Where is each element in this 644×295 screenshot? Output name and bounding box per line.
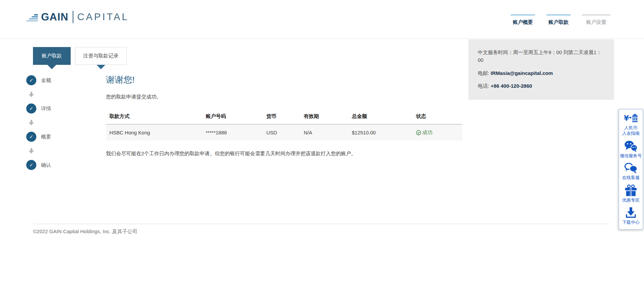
step-details[interactable]: ✓ 详情 <box>26 103 70 114</box>
col-method: 取款方式 <box>106 113 206 124</box>
logo-bars-icon <box>26 13 38 22</box>
step-arrow-icon <box>26 142 36 160</box>
quick-link-label: 优惠专区 <box>622 198 640 203</box>
cell-account-number: *****1888 <box>206 124 266 140</box>
step-label: 确认 <box>41 162 51 168</box>
nav-account-settings[interactable]: 账户设置 <box>582 14 610 26</box>
nav-account-withdrawal[interactable]: 账户取款 <box>546 14 571 26</box>
success-message: 您的取款申请提交成功。 <box>106 94 462 100</box>
tab-pointer-icon <box>47 65 56 69</box>
step-confirm[interactable]: ✓ 确认 <box>26 160 70 170</box>
page-title: 谢谢您! <box>106 74 462 86</box>
col-account-number: 账户号码 <box>206 113 266 124</box>
step-check-icon: ✓ <box>26 132 36 142</box>
footer-divider <box>33 224 610 224</box>
step-arrow-icon <box>26 114 36 132</box>
tab-strip: 账户取款 注资与取款记录 <box>33 47 127 65</box>
step-label: 概要 <box>41 134 51 140</box>
download-center-link[interactable]: 下载中心 <box>619 205 643 227</box>
table-row: HSBC Hong Kong *****1888 USD N/A $12510.… <box>106 124 462 140</box>
contact-info-panel: 中文服务时间：周一至周五上午9：00 到第二天凌晨1：00 电邮: IRMasi… <box>468 39 614 100</box>
phone-label: 电话: <box>478 83 489 89</box>
email-link[interactable]: IRMasia@gaincapital.com <box>491 70 553 76</box>
gain-capital-logo[interactable]: GAIN CAPITAL <box>26 11 129 23</box>
step-check-icon: ✓ <box>26 103 36 114</box>
phone-row: 电话: +86 400-120-2860 <box>478 82 605 90</box>
col-currency: 货币 <box>266 113 304 124</box>
logo-divider <box>73 11 73 23</box>
phone-number: +86 400-120-2860 <box>491 83 532 89</box>
step-check-icon: ✓ <box>26 75 36 85</box>
cell-currency: USD <box>266 124 304 140</box>
tab-label: 账户取款 <box>42 53 62 59</box>
withdrawal-stepper: ✓ 金额 ✓ 详情 ✓ 概要 ✓ 确认 <box>26 75 70 170</box>
live-chat-link[interactable]: 在线客服 <box>619 160 643 182</box>
copyright-text: ©2022 GAIN Capital Holdings, Inc. 及其子公司 <box>33 228 137 235</box>
quick-link-label: 下载中心 <box>622 220 640 225</box>
col-expiry: 有效期 <box>304 113 352 124</box>
quick-link-label: 在线客服 <box>622 175 640 180</box>
main-panel: 谢谢您! 您的取款申请提交成功。 取款方式 账户号码 货币 有效期 总金额 状态… <box>106 74 462 157</box>
cell-method: HSBC Hong Kong <box>106 124 206 140</box>
step-arrow-icon <box>26 85 36 103</box>
col-status: 状态 <box>416 113 462 124</box>
quick-link-label: 人民币 入金指南 <box>622 125 640 136</box>
chat-bubbles-icon <box>624 162 638 174</box>
tab-pointer-icon <box>97 65 105 69</box>
cell-status: 成功 <box>416 124 462 140</box>
rmb-deposit-guide-link[interactable]: ¥ 人民币 入金指南 <box>619 111 643 138</box>
processing-note: 我们会尽可能在2个工作日内办理您的取款申请。但您的银行可能会需要几天时间办理并把… <box>106 151 462 157</box>
service-hours-text: 中文服务时间：周一至周五上午9：00 到第二天凌晨1：00 <box>478 48 605 64</box>
step-amount[interactable]: ✓ 金额 <box>26 75 70 85</box>
step-label: 详情 <box>41 106 51 112</box>
email-row: 电邮: IRMasia@gaincapital.com <box>478 69 605 77</box>
tab-account-withdrawal[interactable]: 账户取款 <box>33 47 71 65</box>
step-summary[interactable]: ✓ 概要 <box>26 132 70 142</box>
gift-icon <box>624 184 637 197</box>
step-check-icon: ✓ <box>26 160 36 170</box>
promotions-link[interactable]: 优惠专区 <box>619 182 643 205</box>
email-label: 电邮: <box>478 70 489 76</box>
wechat-link[interactable]: 微信服务号 <box>619 138 643 160</box>
wechat-icon <box>624 140 638 152</box>
logo-text-gain: GAIN <box>41 11 69 23</box>
tab-funding-withdrawal-history[interactable]: 注资与取款记录 <box>75 47 127 65</box>
svg-text:¥: ¥ <box>624 114 629 122</box>
header: GAIN CAPITAL 账户概要 账户取款 账户设置 <box>0 0 644 39</box>
logo-text-capital: CAPITAL <box>77 11 129 23</box>
quick-link-label: 微信服务号 <box>620 153 642 159</box>
col-total: 总金额 <box>352 113 416 124</box>
withdrawal-result-table: 取款方式 账户号码 货币 有效期 总金额 状态 HSBC Hong Kong *… <box>106 113 462 140</box>
quick-links-sidebar: ¥ 人民币 入金指南 <box>618 109 643 230</box>
download-icon <box>624 207 637 219</box>
top-nav: 账户概要 账户取款 账户设置 <box>511 14 610 26</box>
cell-total: $12510.00 <box>352 124 416 140</box>
step-label: 金额 <box>41 77 51 84</box>
content-area: 账户取款 注资与取款记录 中文服务时间：周一至周五上午9：00 到第二天凌晨1：… <box>0 39 644 295</box>
rmb-deposit-guide-icon: ¥ <box>624 113 638 124</box>
cell-expiry: N/A <box>304 124 352 140</box>
success-check-icon <box>416 130 421 135</box>
status-text: 成功 <box>422 129 432 136</box>
nav-account-overview[interactable]: 账户概要 <box>511 14 535 26</box>
page: GAIN CAPITAL 账户概要 账户取款 账户设置 账户取款 注资与取款记录… <box>0 0 644 295</box>
tab-label: 注资与取款记录 <box>83 53 118 59</box>
table-header-row: 取款方式 账户号码 货币 有效期 总金额 状态 <box>106 113 462 124</box>
